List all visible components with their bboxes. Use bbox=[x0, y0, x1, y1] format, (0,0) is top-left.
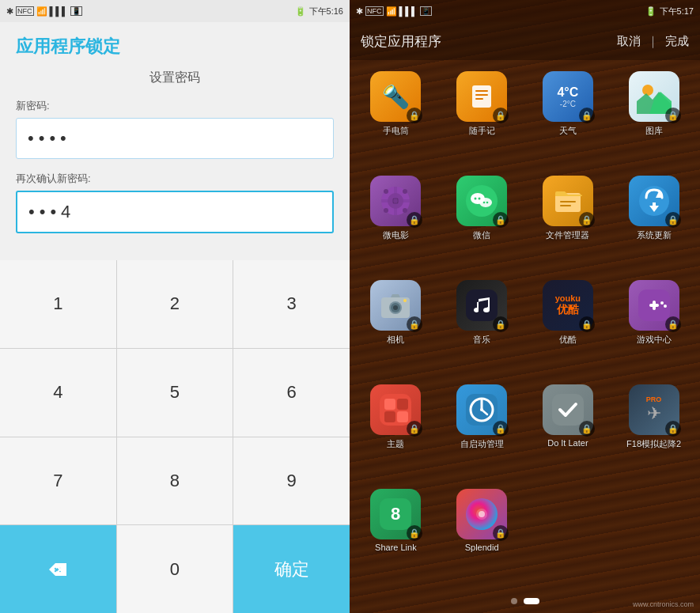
right-wifi-icon: 📶 bbox=[386, 6, 397, 17]
app-item-games[interactable]: 🔒 游戏中心 bbox=[612, 277, 695, 375]
app-item-empty-1 bbox=[527, 486, 610, 581]
app-item-splendid[interactable]: 🔒 Splendid bbox=[441, 486, 524, 581]
app-item-doitlater[interactable]: 🔒 Do It Later bbox=[527, 381, 610, 479]
lock-badge-gallery: 🔒 bbox=[665, 108, 681, 123]
app-item-flashlight[interactable]: 🔦 🔒 手电筒 bbox=[354, 68, 437, 166]
app-item-files[interactable]: 🔒 文件管理器 bbox=[527, 172, 610, 271]
right-time: 下午5:17 bbox=[660, 6, 694, 17]
numpad: 1 2 3 4 5 6 7 8 9 0 确定 bbox=[0, 260, 350, 613]
key-9[interactable]: 9 bbox=[233, 437, 350, 525]
lock-badge-wechat: 🔒 bbox=[493, 212, 509, 228]
confirm-label: 再次确认新密码: bbox=[16, 172, 334, 186]
svg-rect-38 bbox=[397, 399, 408, 410]
svg-point-10 bbox=[384, 189, 388, 194]
key-1[interactable]: 1 bbox=[0, 260, 116, 348]
left-title: 应用程序锁定 bbox=[16, 35, 334, 59]
svg-point-16 bbox=[475, 198, 477, 200]
svg-rect-37 bbox=[384, 399, 395, 410]
app-label-music: 音乐 bbox=[473, 334, 490, 346]
lock-badge-sharelink: 🔒 bbox=[407, 525, 422, 541]
key-8[interactable]: 8 bbox=[117, 437, 233, 525]
svg-point-17 bbox=[479, 198, 481, 200]
app-icon-wrapper-music: 🔒 bbox=[456, 280, 507, 331]
right-bluetooth-icon: ✱ bbox=[356, 6, 363, 17]
app-icon-wrapper-gallery: 🔒 bbox=[629, 71, 679, 122]
app-label-splendid: Splendid bbox=[465, 543, 499, 552]
app-item-gallery[interactable]: 🔒 图库 bbox=[612, 68, 695, 166]
svg-rect-2 bbox=[475, 94, 488, 96]
new-password-input[interactable]: •••• bbox=[16, 118, 334, 159]
svg-point-20 bbox=[486, 202, 489, 204]
key-3[interactable]: 3 bbox=[233, 260, 350, 348]
key-confirm[interactable]: 确定 bbox=[233, 525, 350, 613]
left-subtitle: 设置密码 bbox=[16, 70, 334, 86]
key-0[interactable]: 0 bbox=[117, 525, 233, 613]
app-item-theme[interactable]: 🔒 主题 bbox=[354, 381, 437, 479]
cancel-button[interactable]: 取消 bbox=[617, 34, 641, 49]
app-icon-wrapper-startup: 🔒 bbox=[456, 384, 507, 435]
lock-badge-doitlater: 🔒 bbox=[579, 421, 595, 437]
app-label-games: 游戏中心 bbox=[637, 334, 672, 346]
app-label-startup: 自启动管理 bbox=[460, 438, 504, 450]
header-divider: ｜ bbox=[647, 34, 659, 49]
lock-badge-flashlight: 🔒 bbox=[407, 108, 422, 123]
svg-rect-22 bbox=[560, 201, 576, 202]
svg-point-34 bbox=[660, 301, 664, 305]
right-signal-icon: ▌▌▌ bbox=[399, 6, 418, 16]
app-label-camera: 相机 bbox=[387, 334, 404, 346]
right-sim-icon: 📱 bbox=[420, 6, 432, 16]
lock-badge-f18: 🔒 bbox=[665, 421, 681, 437]
key-4[interactable]: 4 bbox=[0, 349, 116, 437]
app-icon-wrapper-splendid: 🔒 bbox=[456, 489, 507, 539]
lock-badge-splendid: 🔒 bbox=[493, 525, 509, 541]
svg-point-18 bbox=[479, 198, 492, 207]
battery-icon: 🔋 bbox=[295, 6, 306, 17]
svg-point-51 bbox=[479, 511, 485, 517]
bluetooth-icon: ✱ bbox=[6, 6, 13, 17]
app-item-update[interactable]: 🔒 系统更新 bbox=[612, 172, 695, 271]
app-item-memo[interactable]: 🔒 随手记 bbox=[441, 68, 524, 166]
app-item-wechat[interactable]: 🔒 微信 bbox=[441, 172, 524, 271]
svg-point-13 bbox=[403, 208, 407, 213]
left-status-left-icons: ✱ NFC 📶 ▌▌▌ 📱 bbox=[6, 6, 82, 17]
key-5[interactable]: 5 bbox=[117, 349, 233, 437]
app-icon-wrapper-movies: 🔒 bbox=[370, 176, 421, 226]
sim-icon: 📱 bbox=[70, 6, 82, 16]
app-label-gallery: 图库 bbox=[645, 125, 663, 137]
lock-badge-youku: 🔒 bbox=[579, 316, 595, 332]
lock-badge-music: 🔒 bbox=[493, 316, 509, 332]
new-password-label: 新密码: bbox=[16, 99, 334, 113]
app-icon-wrapper-sharelink: 8 🔒 bbox=[370, 489, 421, 539]
app-icon-wrapper-youku: youku 优酷 🔒 bbox=[543, 280, 593, 331]
svg-rect-1 bbox=[475, 90, 488, 92]
app-item-empty-2 bbox=[612, 486, 695, 581]
key-delete[interactable] bbox=[0, 525, 116, 613]
svg-point-19 bbox=[483, 202, 486, 204]
app-icon-wrapper-theme: 🔒 bbox=[370, 384, 421, 435]
app-item-sharelink[interactable]: 8 🔒 Share Link bbox=[354, 486, 437, 581]
nfc-label: NFC bbox=[16, 6, 34, 16]
app-item-youku[interactable]: youku 优酷 🔒 优酷 bbox=[527, 277, 610, 375]
app-item-movies[interactable]: 🔒 微电影 bbox=[354, 172, 437, 271]
app-icon-wrapper-doitlater: 🔒 bbox=[543, 384, 593, 435]
key-6[interactable]: 6 bbox=[233, 349, 350, 437]
app-item-weather[interactable]: 4°C -2°C 🔒 天气 bbox=[527, 68, 610, 166]
right-header-title: 锁定应用程序 bbox=[361, 32, 441, 51]
app-label-theme: 主题 bbox=[387, 438, 404, 450]
app-item-f18[interactable]: PRO ✈ 🔒 F18模拟起降2 bbox=[612, 381, 695, 479]
app-icon-wrapper-wechat: 🔒 bbox=[456, 176, 507, 226]
svg-rect-33 bbox=[653, 301, 656, 310]
app-label-weather: 天气 bbox=[559, 125, 577, 137]
app-item-music[interactable]: 🔒 音乐 bbox=[441, 277, 524, 375]
app-item-camera[interactable]: 🔒 相机 bbox=[354, 277, 437, 375]
app-item-startup[interactable]: 🔒 自启动管理 bbox=[441, 381, 524, 479]
lock-badge-files: 🔒 bbox=[579, 212, 595, 228]
key-7[interactable]: 7 bbox=[0, 437, 116, 525]
confirm-input[interactable]: •••4 bbox=[16, 191, 334, 233]
page-dot-2[interactable] bbox=[524, 598, 539, 604]
app-icon-wrapper-files: 🔒 bbox=[543, 176, 593, 226]
key-2[interactable]: 2 bbox=[117, 260, 233, 348]
svg-rect-3 bbox=[475, 98, 483, 100]
done-button[interactable]: 完成 bbox=[665, 34, 689, 49]
page-dot-1[interactable] bbox=[511, 598, 517, 604]
